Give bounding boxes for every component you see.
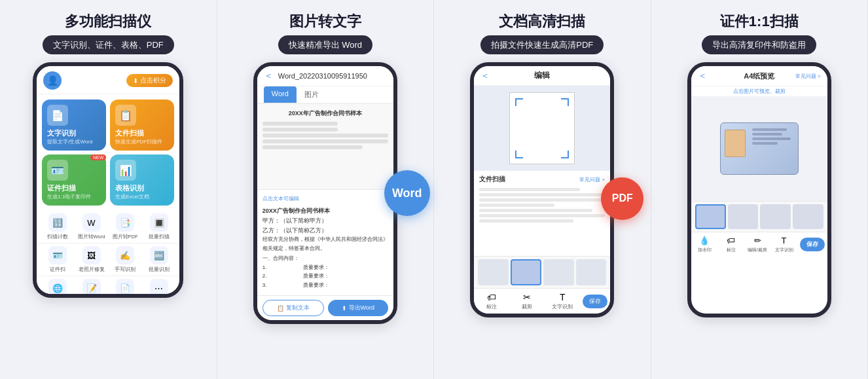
editable-line-6: 1. 质量要求：: [262, 264, 388, 272]
editable-line-1: 甲方：（以下简称甲方）: [262, 217, 388, 226]
p4-header-sub: 点击图片可预览、裁剪: [691, 86, 827, 96]
doc-line-5: [262, 145, 363, 149]
tool-edit-crop[interactable]: ✏ 编辑/裁剪: [744, 236, 771, 253]
subtitle-bar-3: 拍摄文件快速生成高清PDF: [480, 35, 604, 54]
tool-scan-count[interactable]: 🔢 扫描计数: [42, 213, 73, 240]
pdf-badge: PDF: [601, 177, 643, 220]
thumb-3[interactable]: [543, 259, 574, 285]
watermark-icon: 💧: [699, 236, 710, 245]
id-text-area: [750, 123, 798, 174]
p4-save-label: 保存: [806, 241, 818, 247]
editable-line-2: 乙方：（以下简称乙方）: [262, 226, 388, 236]
card-id[interactable]: NEW 🪪 证件扫描 生成1:1电子复印件: [42, 154, 106, 206]
mark-icon: 🏷: [727, 236, 735, 245]
p4-faq-link[interactable]: 常见问题 >: [795, 73, 821, 80]
points-label: 点击积分: [140, 76, 166, 85]
p3-doc-header: 文件扫描 常见问题 >: [479, 175, 605, 184]
pdf-tool-icon: 📄: [116, 279, 134, 297]
doc3-line-3: [479, 198, 605, 202]
export-icon: ⬆: [342, 305, 347, 312]
phone-content-3: ＜ 编辑 文件扫描 常见问题 >: [474, 66, 610, 314]
id-scan-label: 证件扫: [50, 266, 65, 273]
p4-thumb-1[interactable]: [695, 204, 726, 229]
annotate-icon: 🏷: [487, 292, 496, 302]
p4-thumb-3[interactable]: [760, 204, 791, 229]
doc-line-2: [262, 128, 338, 132]
card-table-sub: 生成Excel文档: [115, 193, 149, 200]
photo-restore-label: 老照片修复: [79, 266, 105, 273]
p4-thumb-2[interactable]: [728, 204, 759, 229]
back-button-4[interactable]: ＜: [698, 70, 707, 82]
img-word-icon: W: [82, 213, 101, 232]
p3-doc-main-title: 文件扫描: [479, 175, 505, 184]
back-button-3[interactable]: ＜: [480, 70, 490, 82]
tool-text-recognition[interactable]: T 文字识别: [545, 292, 580, 310]
annotate-label: 标注: [486, 304, 497, 310]
points-button[interactable]: ⬇点击积分: [126, 74, 173, 87]
phone-wrapper-4: ＜ A4纸预览 常见问题 > 点击图片可预览、裁剪: [687, 62, 831, 317]
id-card-preview: [720, 122, 799, 175]
tool-pdf[interactable]: 📄 PDF工具: [109, 279, 141, 298]
p3-faq-link[interactable]: 常见问题 >: [579, 176, 605, 183]
tool-id-scan[interactable]: 🪪 证件扫: [42, 246, 73, 273]
thumb-2[interactable]: [511, 259, 541, 285]
tab-word[interactable]: Word: [264, 86, 297, 103]
tool-exam[interactable]: 📝 拍试卷: [76, 279, 107, 298]
crop-icon: ✂: [523, 292, 531, 302]
card-scan-title: 文件扫描: [115, 128, 144, 138]
card-table-title: 表格识别: [115, 183, 144, 193]
card-scan-sub: 快速生成PDF扫描件: [115, 138, 162, 145]
doc-line-4: [262, 139, 388, 143]
doc-line-1: [262, 122, 338, 126]
p2-editable-section[interactable]: 点击文本可编辑 20XX广告制作合同书样本 甲方：（以下简称甲方） 乙方：（以下…: [257, 189, 393, 295]
tool-text-recog-4[interactable]: T 文字识别: [770, 236, 797, 253]
panel-doc-scan: 文档高清扫描 拍摄文件快速生成高清PDF ＜ 编辑: [434, 0, 651, 379]
thumb-4[interactable]: [576, 259, 607, 285]
tool-watermark[interactable]: 💧 加水印: [691, 236, 718, 253]
editable-line-7: 2. 质量要求：: [262, 272, 388, 281]
subtitle-text-3: 拍摄文件快速生成高清PDF: [491, 40, 593, 50]
editable-line-4: 相关规定，特签署本合同。: [262, 245, 388, 253]
p4-thumb-4[interactable]: [793, 204, 823, 229]
phone-content-4: ＜ A4纸预览 常见问题 > 点击图片可预览、裁剪: [691, 66, 827, 314]
tool-img-pdf[interactable]: 📑 图片转PDF: [109, 213, 141, 240]
tool-translate[interactable]: 🌐 拍图翻译: [42, 279, 73, 298]
phone-wrapper-1: 👤 ⬇点击积分 📄 文字识别 提取文字/生成Word 📋 文件扫描 快速生成PD: [33, 62, 183, 298]
tools-row1: 🔢 扫描计数 W 图片转Word 📑 图片转PDF 🔳 批量扫描: [37, 211, 179, 243]
card-table[interactable]: 📊 表格识别 生成Excel文档: [110, 154, 174, 206]
p2-doc-preview: 20XX年广告制作合同书样本: [257, 104, 393, 189]
p3-save-button[interactable]: 保存: [583, 295, 607, 308]
phone-content-2: ＜ Word_20220310095911950 Word 图片 20XX年广告…: [257, 66, 393, 320]
doc-line-3: [262, 134, 388, 137]
copy-text-button[interactable]: 📋 复制文本: [262, 300, 324, 316]
tool-annotate[interactable]: 🏷 标注: [474, 292, 509, 310]
export-word-button[interactable]: ⬆ 导出Word: [328, 300, 388, 316]
corner-bl: [515, 151, 523, 158]
tool-photo-restore[interactable]: 🖼 老照片修复: [76, 246, 107, 273]
editable-line-0: 20XX广告制作合同书样本: [262, 206, 388, 215]
tool-img-word[interactable]: W 图片转Word: [76, 213, 107, 240]
p3-save-label: 保存: [589, 298, 601, 304]
p3-header-title: 编辑: [534, 70, 550, 81]
tool-crop[interactable]: ✂ 裁剪: [509, 292, 545, 310]
pdf-badge-text: PDF: [612, 192, 633, 204]
card-ocr[interactable]: 📄 文字识别 提取文字/生成Word: [42, 99, 106, 151]
card-scan[interactable]: 📋 文件扫描 快速生成PDF扫描件: [110, 99, 174, 151]
phone-mockup-1: 👤 ⬇点击积分 📄 文字识别 提取文字/生成Word 📋 文件扫描 快速生成PD: [33, 62, 183, 298]
tab-image[interactable]: 图片: [297, 86, 327, 103]
tool-handwrite[interactable]: ✍ 手写识别: [109, 246, 141, 273]
panel-img-to-text: 图片转文字 快速精准导出 Word ＜ Word_202203100959119…: [217, 0, 435, 379]
p4-save-button[interactable]: 保存: [800, 238, 825, 251]
tool-mark[interactable]: 🏷 标注: [717, 236, 744, 253]
thumb-1[interactable]: [478, 259, 509, 285]
panel-id-scan: 证件1:1扫描 导出高清复印件和防盗用 ＜ A4纸预览 常见问题 > 点击图片可…: [651, 0, 869, 379]
back-button-2[interactable]: ＜: [264, 70, 273, 82]
subtitle-bar-2: 快速精准导出 Word: [278, 35, 372, 54]
tool-batch[interactable]: 🔳 批量扫描: [143, 213, 175, 240]
p3-header: ＜ 编辑: [474, 66, 610, 86]
tool-batch-ocr[interactable]: 🔤 批量识别: [143, 246, 175, 273]
subtitle-text-2: 快速精准导出 Word: [289, 40, 362, 50]
phone-content-1: 👤 ⬇点击积分 📄 文字识别 提取文字/生成Word 📋 文件扫描 快速生成PD: [37, 66, 179, 294]
tool-more[interactable]: ⋯ 更多功能: [143, 279, 175, 298]
card-id-sub: 生成1:1电子复印件: [47, 193, 91, 200]
